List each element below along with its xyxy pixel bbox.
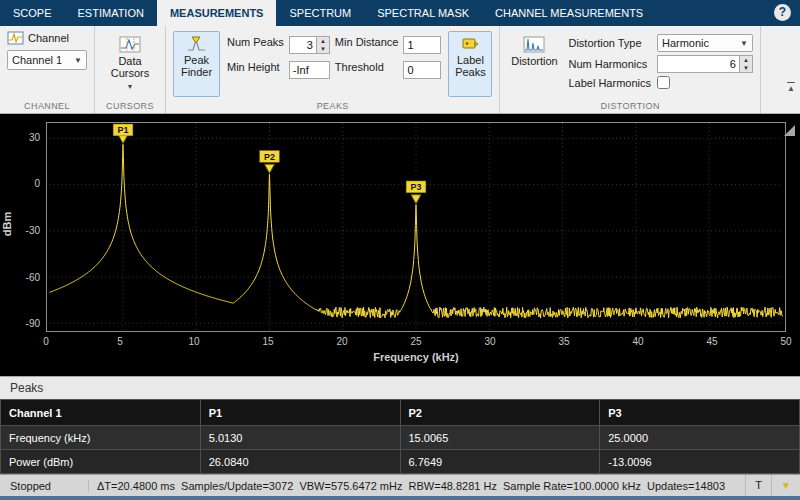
x-tick-label: 20 bbox=[325, 336, 359, 347]
label-peaks-icon bbox=[461, 36, 479, 52]
tab-bar: SCOPE ESTIMATION MEASUREMENTS SPECTRUM S… bbox=[0, 0, 800, 26]
toolbar-spacer: ▲ bbox=[761, 26, 800, 113]
y-tick-label: 30 bbox=[2, 132, 40, 143]
channel-section-label: CHANNEL bbox=[0, 101, 94, 111]
num-harmonics-input[interactable] bbox=[657, 55, 740, 73]
status-bar: Stopped ΔT=20.4800 ms Samples/Update=307… bbox=[0, 474, 800, 500]
data-cursors-label: Data Cursors bbox=[105, 55, 155, 79]
frequency-p3: 25.0000 bbox=[600, 426, 800, 450]
tab-spectrum[interactable]: SPECTRUM bbox=[276, 0, 364, 26]
x-tick-label: 40 bbox=[621, 336, 655, 347]
peaks-panel: Peaks Channel 1 P1 P2 P3 Frequency (kHz)… bbox=[0, 376, 800, 474]
num-peaks-input[interactable] bbox=[289, 36, 317, 54]
channel-button[interactable]: Channel bbox=[7, 31, 87, 45]
peaks-panel-title: Peaks bbox=[0, 377, 800, 399]
frequency-p2: 15.0065 bbox=[400, 426, 600, 450]
channel-select[interactable]: Channel 1 ▼ bbox=[7, 50, 87, 70]
measurements-toolstrip: Channel Channel 1 ▼ CHANNEL Data Cursors bbox=[0, 26, 800, 114]
min-distance-label: Min Distance bbox=[335, 36, 399, 54]
power-p3: -13.0096 bbox=[600, 450, 800, 474]
label-peaks-toggle[interactable]: Label Peaks bbox=[448, 31, 492, 97]
spectrum-analyzer-window: SCOPE ESTIMATION MEASUREMENTS SPECTRUM S… bbox=[0, 0, 800, 500]
tab-spectral-mask[interactable]: SPECTRAL MASK bbox=[364, 0, 482, 26]
power-p1: 26.0840 bbox=[200, 450, 400, 474]
channel-icon bbox=[7, 31, 24, 45]
distortion-type-label: Distortion Type bbox=[568, 37, 651, 49]
distortion-icon bbox=[523, 36, 545, 53]
tab-scope[interactable]: SCOPE bbox=[0, 0, 65, 26]
label-harmonics-checkbox[interactable] bbox=[657, 76, 670, 89]
trigger-button[interactable]: T bbox=[745, 475, 771, 496]
distortion-type-select[interactable]: Harmonic ▼ bbox=[657, 34, 753, 52]
tab-estimation[interactable]: ESTIMATION bbox=[65, 0, 157, 26]
row-label-power: Power (dBm) bbox=[1, 450, 201, 474]
num-peaks-stepper: ▲ ▼ bbox=[289, 36, 330, 54]
chevron-down-icon: ▼ bbox=[74, 56, 82, 65]
min-distance-input[interactable] bbox=[403, 36, 441, 54]
peaks-table: Channel 1 P1 P2 P3 Frequency (kHz) 5.013… bbox=[0, 399, 800, 474]
peaks-col-p3: P3 bbox=[600, 400, 800, 426]
frequency-p1: 5.0130 bbox=[200, 426, 400, 450]
peak-finder-toggle[interactable]: Peak Finder bbox=[173, 31, 220, 97]
svg-text:P2: P2 bbox=[264, 152, 275, 162]
tab-measurements[interactable]: MEASUREMENTS bbox=[157, 0, 277, 26]
table-row: Frequency (kHz) 5.0130 15.0065 25.0000 bbox=[1, 426, 800, 450]
num-peaks-increment[interactable]: ▲ bbox=[317, 37, 329, 45]
distortion-section: Distortion Distortion Type Harmonic ▼ Nu… bbox=[500, 26, 761, 113]
distortion-button-label: Distortion bbox=[511, 55, 557, 67]
peaks-col-p1: P1 bbox=[200, 400, 400, 426]
distortion-button[interactable]: Distortion bbox=[507, 31, 561, 97]
label-harmonics-label: Label Harmonics bbox=[568, 77, 651, 89]
scroll-latest-icon[interactable]: ▼ bbox=[771, 475, 800, 496]
plot-corner-icon[interactable] bbox=[784, 125, 795, 136]
tab-channel-measurements[interactable]: CHANNEL MEASUREMENTS bbox=[482, 0, 656, 26]
peaks-section-label: PEAKS bbox=[166, 101, 499, 111]
threshold-label: Threshold bbox=[335, 61, 399, 79]
num-peaks-label: Num Peaks bbox=[227, 36, 284, 54]
status-state: Stopped bbox=[0, 480, 88, 492]
spectrum-plot-area: dBm P1P2P3 Frequency (kHz) 300-30-60-900… bbox=[0, 114, 800, 376]
min-height-input[interactable] bbox=[289, 61, 330, 79]
svg-text:P3: P3 bbox=[411, 182, 422, 192]
y-tick-label: -30 bbox=[2, 225, 40, 236]
num-harmonics-label: Num Harmonics bbox=[568, 58, 651, 70]
svg-text:P1: P1 bbox=[118, 125, 129, 135]
distortion-section-label: DISTORTION bbox=[500, 101, 760, 111]
num-harmonics-stepper: ▲ ▼ bbox=[657, 55, 753, 73]
help-button[interactable]: ? bbox=[774, 4, 791, 21]
x-tick-label: 45 bbox=[695, 336, 729, 347]
y-tick-label: 0 bbox=[2, 178, 40, 189]
min-height-label: Min Height bbox=[227, 61, 284, 79]
threshold-input[interactable] bbox=[403, 61, 441, 79]
distortion-type-value: Harmonic bbox=[662, 37, 709, 49]
channel-section: Channel Channel 1 ▼ CHANNEL bbox=[0, 26, 95, 113]
peak-fields: Num Peaks ▲ ▼ Min Distance Min Height Th… bbox=[227, 31, 441, 97]
distortion-fields: Distortion Type Harmonic ▼ Num Harmonics… bbox=[568, 31, 753, 97]
tabbar-spacer bbox=[656, 0, 774, 26]
y-tick-label: -90 bbox=[2, 318, 40, 329]
num-peaks-decrement[interactable]: ▼ bbox=[317, 45, 329, 53]
peaks-section: Peak Finder Num Peaks ▲ ▼ Min Distance M… bbox=[166, 26, 500, 113]
chevron-down-icon: ▼ bbox=[740, 39, 748, 48]
x-tick-label: 15 bbox=[251, 336, 285, 347]
cursors-section-label: CURSORS bbox=[95, 101, 165, 111]
num-harmonics-increment[interactable]: ▲ bbox=[740, 56, 752, 64]
data-cursors-button[interactable]: Data Cursors ▼ bbox=[102, 31, 158, 97]
spectrum-canvas[interactable]: P1P2P3 bbox=[46, 122, 786, 332]
collapse-toolstrip-icon[interactable]: ▲ bbox=[787, 82, 795, 93]
row-label-frequency: Frequency (kHz) bbox=[1, 426, 201, 450]
x-tick-label: 10 bbox=[177, 336, 211, 347]
x-tick-label: 50 bbox=[769, 336, 800, 347]
chevron-down-icon: ▼ bbox=[127, 81, 134, 93]
peaks-col-channel: Channel 1 bbox=[1, 400, 201, 426]
channel-select-value: Channel 1 bbox=[12, 54, 62, 66]
x-tick-label: 0 bbox=[29, 336, 63, 347]
channel-button-label: Channel bbox=[28, 32, 69, 44]
data-cursors-icon bbox=[119, 36, 141, 53]
num-harmonics-decrement[interactable]: ▼ bbox=[740, 64, 752, 72]
peaks-table-header-row: Channel 1 P1 P2 P3 bbox=[1, 400, 800, 426]
cursors-section: Data Cursors ▼ CURSORS bbox=[95, 26, 166, 113]
x-tick-label: 35 bbox=[547, 336, 581, 347]
x-axis-label: Frequency (kHz) bbox=[46, 351, 786, 363]
peak-finder-label: Peak Finder bbox=[176, 54, 217, 78]
